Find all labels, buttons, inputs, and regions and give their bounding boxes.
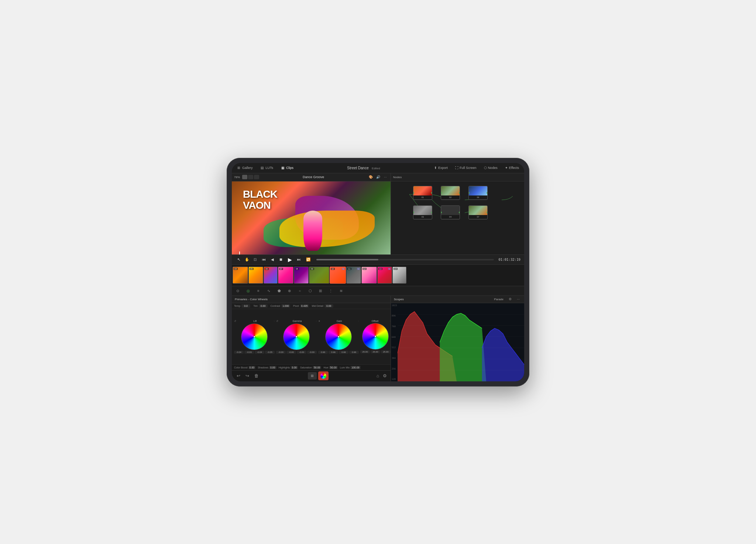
view-split-btn[interactable]	[248, 175, 253, 179]
gamma-dot-btn[interactable]: ·	[316, 320, 317, 322]
offset-wheel-cursor[interactable]	[374, 335, 377, 337]
progress-bar[interactable]	[316, 259, 494, 260]
crop-tool[interactable]: ⊡	[252, 256, 258, 263]
pivot-value[interactable]: 0.435	[300, 304, 309, 308]
clip-09[interactable]: 09	[309, 267, 329, 284]
offset-val-r[interactable]: 25.00	[360, 350, 370, 353]
clip-12[interactable]: 12	[361, 267, 377, 284]
temp-value[interactable]: 0.0	[241, 304, 250, 308]
wheels-icon[interactable]: ◎	[244, 287, 252, 294]
stabilizer-icon[interactable]: ⋮	[327, 287, 334, 294]
key-icon[interactable]: ⬡	[306, 287, 314, 294]
gain-val-g[interactable]: 0.96	[329, 351, 338, 354]
home-btn[interactable]: ⌂	[377, 373, 379, 378]
clip-13[interactable]: 13 fx	[377, 267, 392, 284]
color-boost-value[interactable]: 0.00	[248, 366, 256, 369]
lift-val-b[interactable]: -0.04	[255, 351, 264, 354]
color-wheel-btn[interactable]	[318, 371, 329, 380]
gamma-wheel-cursor[interactable]	[295, 336, 298, 338]
clip-14[interactable]: 14	[392, 267, 406, 284]
clip-10[interactable]: 10 fx	[330, 267, 346, 284]
audio-meter-icon[interactable]: ≋	[337, 287, 345, 294]
skip-forward-btn[interactable]: ⏭	[296, 256, 302, 263]
node-07[interactable]: 07	[468, 205, 488, 219]
delete-btn[interactable]: 🗑	[253, 372, 260, 380]
gain-wheel-section: ✦ Gain · 0.96 0.96 0.96	[318, 320, 359, 354]
clip-06[interactable]: 06	[264, 267, 278, 284]
audio-icon[interactable]: 🔊	[375, 174, 381, 180]
contrast-value[interactable]: 1.000	[281, 304, 290, 308]
gallery-view-btn[interactable]: ⊞	[308, 372, 317, 380]
lift-val-r[interactable]: -0.04	[234, 351, 244, 354]
gain-dot-btn[interactable]: ·	[358, 320, 359, 322]
gain-val-b[interactable]: 0.96	[339, 351, 348, 354]
nav-clips[interactable]: ▦ Clips	[279, 165, 295, 171]
clip-04[interactable]: 04	[233, 267, 248, 284]
clip-05[interactable]: 05	[248, 267, 263, 284]
gamma-val-r[interactable]: -0.00	[276, 351, 286, 354]
blur-icon[interactable]: ○	[296, 287, 303, 294]
gain-wheel[interactable]	[325, 323, 352, 350]
offset-val-b[interactable]: 25.00	[381, 350, 391, 353]
settings-btn[interactable]: ⚙	[383, 373, 387, 378]
nav-luts[interactable]: ▤ LUTs	[258, 165, 275, 171]
lift-dot-btn[interactable]: ·	[274, 320, 275, 322]
stop-btn[interactable]: ⏹	[278, 256, 284, 263]
node-02[interactable]: 02	[441, 186, 460, 200]
gain-val-r[interactable]: 0.96	[318, 351, 328, 354]
node-03[interactable]: 03	[413, 205, 432, 219]
saturation-value[interactable]: 50.00	[313, 366, 322, 369]
loop-btn[interactable]: 🔁	[305, 256, 312, 263]
shadows-value[interactable]: 0.00	[269, 366, 276, 369]
prev-frame-btn[interactable]: ◀	[269, 256, 275, 263]
bars-icon[interactable]: ≡	[255, 287, 262, 294]
scopes-more-icon[interactable]: ···	[515, 296, 521, 302]
gain-wheel-cursor[interactable]	[337, 336, 340, 338]
lift-val-g[interactable]: -0.03	[244, 351, 254, 354]
offset-val-g[interactable]: 25.00	[371, 350, 380, 353]
nav-nodes[interactable]: ⬡ Nodes	[482, 165, 500, 170]
play-btn[interactable]: ▶	[286, 256, 293, 264]
hsl-icon[interactable]: ⬟	[275, 287, 283, 294]
lift-wheel[interactable]	[241, 323, 268, 350]
gain-val-m[interactable]: 0.96	[349, 351, 359, 354]
gamma-wheel[interactable]	[283, 323, 310, 350]
lift-val-m[interactable]: -0.05	[265, 351, 275, 354]
color-picker-icon[interactable]: 🎨	[368, 174, 374, 180]
nav-full-screen[interactable]: ⛶ Full Screen	[453, 165, 479, 170]
gamma-val-g[interactable]: -0.00	[286, 351, 296, 354]
grade-icon[interactable]: ⊙	[234, 287, 241, 294]
hand-tool[interactable]: ✋	[244, 256, 250, 263]
node-01[interactable]: 01	[413, 186, 432, 200]
tracker-icon[interactable]: ⊞	[317, 287, 324, 294]
clip-07[interactable]: 07	[278, 267, 293, 284]
eyedropper-icon[interactable]: ⊕	[286, 287, 293, 294]
gamma-val-b[interactable]: -0.00	[297, 351, 306, 354]
undo-btn[interactable]: ↩	[236, 372, 241, 380]
nav-export[interactable]: ⬆ Export	[432, 165, 450, 170]
tint-value[interactable]: 0.00	[259, 304, 268, 308]
nav-gallery[interactable]: ⊞ Gallery	[235, 165, 255, 171]
mid-detail-value[interactable]: 0.00	[324, 304, 333, 308]
node-04[interactable]: 04	[441, 205, 460, 219]
node-06[interactable]: 06	[468, 186, 488, 200]
skip-back-btn[interactable]: ⏮	[261, 256, 267, 263]
curves-icon[interactable]: ∿	[265, 287, 272, 294]
view-full-btn[interactable]	[242, 175, 247, 179]
view-dual-btn[interactable]	[254, 175, 259, 179]
lum-mix-value[interactable]: 100.00	[350, 366, 360, 369]
gamma-val-m[interactable]: -0.00	[307, 351, 317, 354]
shadows-param: Shadows 0.00	[258, 366, 276, 369]
node-02-thumb	[441, 186, 460, 195]
redo-btn[interactable]: ↪	[244, 372, 250, 380]
lift-wheel-cursor[interactable]	[253, 336, 255, 338]
scopes-settings-icon[interactable]: ⚙	[507, 296, 513, 302]
arrow-tool[interactable]: ↖	[236, 256, 242, 263]
clip-11[interactable]: 11 fx	[346, 267, 361, 284]
offset-wheel[interactable]	[362, 323, 389, 350]
highlights-value[interactable]: 0.00	[291, 366, 298, 369]
clip-08[interactable]: 08	[294, 267, 309, 284]
nav-effects[interactable]: ✦ Effects	[503, 165, 521, 170]
more-options-icon[interactable]: ···	[382, 174, 388, 180]
hue-value[interactable]: 50.00	[329, 366, 338, 369]
